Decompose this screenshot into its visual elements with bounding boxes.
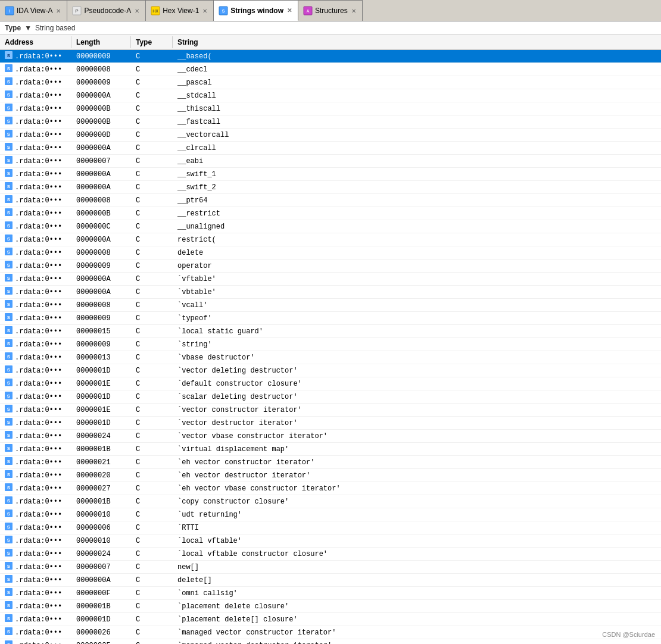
- table-row[interactable]: S .rdata:0•••0000001EC`default construct…: [0, 377, 661, 390]
- cell-string: `vbase destructor': [173, 351, 661, 364]
- address-text: .rdata:0•••: [15, 170, 62, 179]
- table-row[interactable]: S .rdata:0•••00000010C`local vftable': [0, 534, 661, 548]
- table-row[interactable]: S .rdata:0•••00000007Cnew[]: [0, 561, 661, 574]
- svg-text:S: S: [7, 603, 11, 608]
- table-row[interactable]: S .rdata:0•••00000009C`string': [0, 338, 661, 351]
- table-body[interactable]: S .rdata:0•••00000009C__based( S .rdata:…: [0, 50, 661, 644]
- cell-length: 0000000B: [71, 207, 131, 220]
- table-row[interactable]: S .rdata:0•••0000001BC`copy constructor …: [0, 495, 661, 508]
- address-text: .rdata:0•••: [15, 249, 62, 257]
- column-headers: AddressLengthTypeString: [0, 35, 661, 50]
- table-row[interactable]: S .rdata:0•••0000000BC__thiscall: [0, 102, 661, 115]
- cell-string: `eh vector constructor iterator': [173, 456, 661, 468]
- table-row[interactable]: S .rdata:0•••0000000BC__fastcall: [0, 115, 661, 129]
- cell-length: 00000020: [71, 469, 131, 482]
- svg-text:S: S: [7, 302, 11, 307]
- table-row[interactable]: S .rdata:0•••00000008C__ptr64: [0, 194, 661, 207]
- table-row[interactable]: S .rdata:0•••0000000AC`vftable': [0, 273, 661, 286]
- table-row[interactable]: S .rdata:0•••0000000FC`omni callsig': [0, 587, 661, 600]
- table-row[interactable]: S .rdata:0•••00000024C`local vftable con…: [0, 548, 661, 561]
- cell-address: S .rdata:0•••: [0, 495, 71, 508]
- cell-type: C: [131, 50, 173, 62]
- cell-type: C: [131, 364, 173, 377]
- table-row[interactable]: S .rdata:0•••0000000DC__vectorcall: [0, 129, 661, 142]
- cell-length: 00000026: [71, 626, 131, 639]
- table-row[interactable]: S .rdata:0•••0000001EC`vector constructo…: [0, 404, 661, 417]
- tab-close-structures[interactable]: ✕: [350, 7, 357, 14]
- tab-hex-view[interactable]: HXHex View-1✕: [146, 0, 214, 21]
- cell-string: __thiscall: [173, 102, 661, 115]
- table-row[interactable]: S .rdata:0•••00000026C`managed vector co…: [0, 626, 661, 639]
- svg-text:S: S: [7, 341, 11, 346]
- cell-type: C: [131, 351, 173, 364]
- tab-pseudocode[interactable]: PPseudocode-A✕: [67, 0, 146, 21]
- row-icon: S: [5, 274, 13, 284]
- address-text: .rdata:0•••: [15, 380, 62, 388]
- table-row[interactable]: S .rdata:0•••0000000AC__swift_2: [0, 181, 661, 194]
- table-row[interactable]: S .rdata:0•••0000000AC`vbtable': [0, 286, 661, 299]
- table-row[interactable]: S .rdata:0•••00000024C`vector vbase cons…: [0, 430, 661, 443]
- tab-strings[interactable]: SStrings window✕: [214, 0, 298, 21]
- cell-string: `local vftable constructor closure': [173, 548, 661, 560]
- watermark: CSDN @Sciurdae: [602, 631, 655, 638]
- table-row[interactable]: S .rdata:0•••0000001DC`vector destructor…: [0, 417, 661, 430]
- table-row[interactable]: S .rdata:0•••00000013C`vbase destructor': [0, 351, 661, 364]
- svg-text:S: S: [7, 420, 11, 425]
- table-row[interactable]: S .rdata:0•••00000007C__eabi: [0, 155, 661, 168]
- table-row[interactable]: S .rdata:0•••00000020C`eh vector destruc…: [0, 469, 661, 482]
- address-text: .rdata:0•••: [15, 65, 62, 74]
- tab-close-strings[interactable]: ✕: [286, 7, 293, 14]
- table-row[interactable]: S .rdata:0•••00000006C`RTTI: [0, 521, 661, 534]
- tab-close-ida-view[interactable]: ✕: [55, 7, 62, 14]
- row-icon: S: [5, 523, 13, 533]
- table-row[interactable]: S .rdata:0•••0000001BC`virtual displacem…: [0, 443, 661, 456]
- cell-length: 00000009: [71, 76, 131, 89]
- table-row[interactable]: S .rdata:0•••00000025C`managed vector de…: [0, 639, 661, 644]
- table-row[interactable]: S .rdata:0•••00000008C`vcall': [0, 299, 661, 312]
- table-row[interactable]: S .rdata:0•••00000009C`typeof': [0, 312, 661, 325]
- row-icon: S: [5, 339, 13, 349]
- table-row[interactable]: S .rdata:0•••0000000AC__stdcall: [0, 89, 661, 102]
- tab-close-pseudocode[interactable]: ✕: [133, 7, 141, 14]
- table-row[interactable]: S .rdata:0•••00000009C__based(: [0, 50, 661, 63]
- table-row[interactable]: S .rdata:0•••0000001DC`scalar deleting d…: [0, 390, 661, 404]
- table-row[interactable]: S .rdata:0•••00000021C`eh vector constru…: [0, 456, 661, 469]
- table-row[interactable]: S .rdata:0•••0000000BC__restrict: [0, 207, 661, 220]
- cell-length: 0000000B: [71, 102, 131, 115]
- table-row[interactable]: S .rdata:0•••0000000AC__swift_1: [0, 168, 661, 181]
- table-row[interactable]: S .rdata:0•••00000010C`udt returning': [0, 508, 661, 521]
- row-icon: S: [5, 457, 13, 467]
- cell-string: new[]: [173, 561, 661, 573]
- table-row[interactable]: S .rdata:0•••0000001DC`placement delete[…: [0, 613, 661, 626]
- table-row[interactable]: S .rdata:0•••00000015C`local static guar…: [0, 325, 661, 338]
- table-row[interactable]: S .rdata:0•••0000000CC__unaligned: [0, 220, 661, 233]
- address-text: .rdata:0•••: [15, 484, 62, 493]
- cell-length: 0000000C: [71, 220, 131, 233]
- svg-text:S: S: [7, 380, 11, 386]
- table-row[interactable]: S .rdata:0•••0000000ACrestrict(: [0, 233, 661, 246]
- svg-text:S: S: [7, 118, 11, 124]
- cell-address: S .rdata:0•••: [0, 63, 71, 76]
- table-row[interactable]: S .rdata:0•••0000000AC__clrcall: [0, 142, 661, 155]
- table-row[interactable]: S .rdata:0•••00000008C__cdecl: [0, 63, 661, 76]
- table-row[interactable]: S .rdata:0•••00000009C__pascal: [0, 76, 661, 89]
- address-text: .rdata:0•••: [15, 118, 62, 126]
- tab-close-hex-view[interactable]: ✕: [201, 7, 208, 14]
- table-row[interactable]: S .rdata:0•••0000001BC`placement delete …: [0, 600, 661, 613]
- cell-length: 0000000A: [71, 89, 131, 102]
- table-row[interactable]: S .rdata:0•••00000008C delete: [0, 246, 661, 260]
- row-icon: S: [5, 261, 13, 271]
- cell-string: `vector constructor iterator': [173, 404, 661, 416]
- table-row[interactable]: S .rdata:0•••00000009Coperator: [0, 260, 661, 273]
- cell-type: C: [131, 613, 173, 626]
- tab-ida-view[interactable]: IIDA View-A✕: [0, 0, 67, 21]
- cell-length: 00000008: [71, 63, 131, 76]
- row-icon: S: [5, 77, 13, 87]
- address-text: .rdata:0•••: [15, 92, 62, 100]
- table-row[interactable]: S .rdata:0•••0000001DC`vector deleting d…: [0, 364, 661, 377]
- table-row[interactable]: S .rdata:0•••0000000ACdelete[]: [0, 574, 661, 587]
- svg-text:S: S: [7, 564, 11, 569]
- type-label: Type: [5, 24, 21, 32]
- table-row[interactable]: S .rdata:0•••00000027C`eh vector vbase c…: [0, 482, 661, 495]
- tab-structures[interactable]: AStructures✕: [298, 0, 363, 21]
